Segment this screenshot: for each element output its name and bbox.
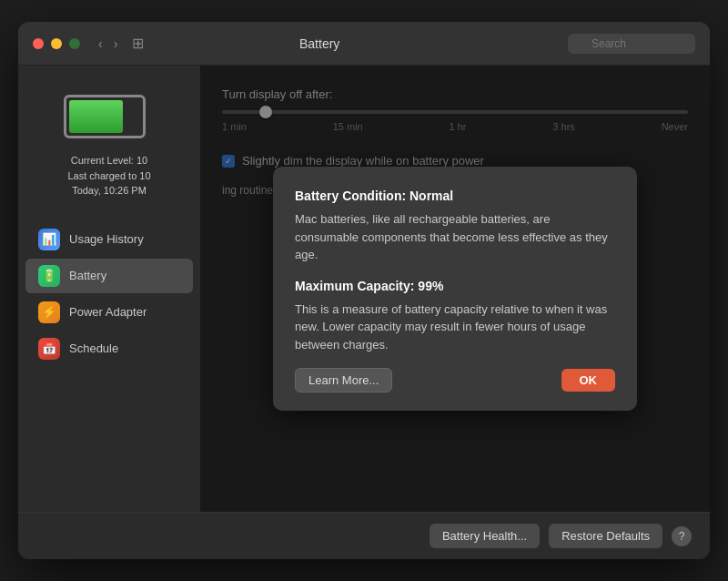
learn-more-button[interactable]: Learn More...	[295, 368, 392, 392]
schedule-icon: 📅	[38, 338, 60, 360]
sidebar-item-schedule[interactable]: 📅 Schedule	[25, 331, 193, 366]
dialog-footer: Learn More... OK	[295, 368, 615, 392]
window-title: Battery	[71, 36, 568, 51]
main-content: Current Level: 10 Last charged to 10 Tod…	[18, 66, 710, 512]
dialog-subtitle: Maximum Capacity: 99%	[295, 279, 615, 293]
sidebar-item-usage-history[interactable]: 📊 Usage History	[25, 222, 193, 257]
settings-panel: Turn display off after: 1 min 15 min 1 h…	[200, 66, 710, 512]
dialog-title: Battery Condition: Normal	[295, 189, 615, 203]
dialog-overlay: Battery Condition: Normal Mac batteries,…	[200, 66, 710, 512]
dialog-body: Mac batteries, like all rechargeable bat…	[295, 210, 615, 264]
usage-history-icon: 📊	[38, 229, 60, 250]
minimize-button[interactable]	[51, 38, 62, 49]
schedule-label: Schedule	[69, 341, 118, 355]
battery-icon-graphic	[64, 95, 155, 142]
battery-nav-icon: 🔋	[38, 265, 60, 287]
ok-button[interactable]: OK	[561, 369, 616, 392]
power-adapter-label: Power Adapter	[69, 305, 147, 319]
dialog-capacity-body: This is a measure of battery capacity re…	[295, 301, 615, 354]
battery-condition-dialog: Battery Condition: Normal Mac batteries,…	[273, 167, 637, 411]
close-button[interactable]	[33, 38, 44, 49]
sidebar-item-battery[interactable]: 🔋 Battery	[25, 259, 193, 293]
restore-defaults-button[interactable]: Restore Defaults	[549, 524, 662, 548]
usage-history-label: Usage History	[69, 232, 144, 246]
battery-level-text: Current Level: 10 Last charged to 10 Tod…	[67, 153, 150, 199]
battery-label: Battery	[69, 269, 106, 282]
titlebar: ‹ › ⊞ Battery	[18, 22, 710, 66]
search-wrap	[568, 34, 695, 54]
power-adapter-icon: ⚡	[38, 301, 60, 323]
traffic-lights	[33, 38, 80, 49]
maximize-button[interactable]	[69, 38, 80, 49]
search-input[interactable]	[568, 34, 695, 54]
help-button[interactable]: ?	[672, 526, 692, 546]
battery-health-button[interactable]: Battery Health...	[430, 524, 540, 548]
bottom-bar: Battery Health... Restore Defaults ?	[18, 512, 710, 559]
main-window: ‹ › ⊞ Battery Current Level: 10 Last cha…	[18, 22, 710, 559]
sidebar-item-power-adapter[interactable]: ⚡ Power Adapter	[25, 295, 193, 330]
battery-status-info: Current Level: 10 Last charged to 10 Tod…	[18, 80, 200, 213]
sidebar: Current Level: 10 Last charged to 10 Tod…	[18, 66, 200, 512]
